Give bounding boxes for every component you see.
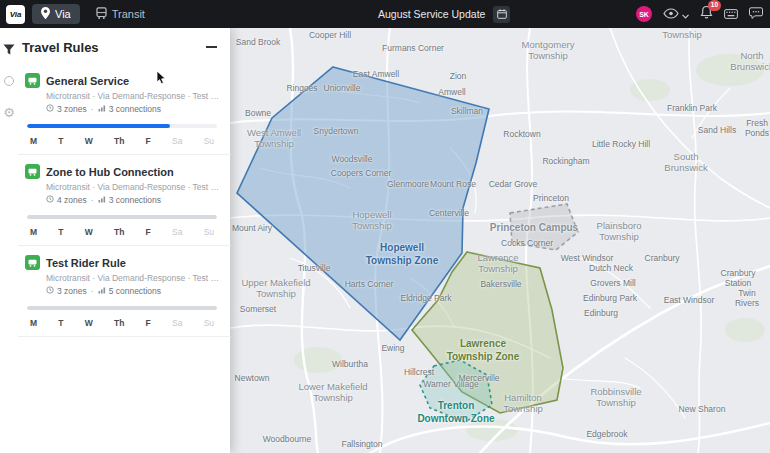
gear-icon: ⚙: [3, 106, 15, 119]
day-label: F: [146, 227, 151, 237]
connections-icon: [98, 104, 106, 114]
filter-rules-button[interactable]: [0, 41, 18, 59]
service-hours-bar-fill: [27, 306, 217, 310]
day-label: T: [58, 136, 63, 146]
day-label: T: [58, 318, 63, 328]
map[interactable]: Hopewell Township ZoneLawrence Township …: [230, 28, 770, 453]
day-label: Th: [114, 136, 124, 146]
notification-badge: 10: [708, 0, 721, 11]
service-hours-bar: [27, 215, 217, 219]
notifications-button[interactable]: 10: [700, 5, 713, 23]
location-pin-icon: [41, 7, 50, 21]
day-label: Sa: [172, 136, 182, 146]
collapse-panel-button[interactable]: [203, 39, 219, 55]
day-label: W: [85, 136, 93, 146]
day-label: Sa: [172, 227, 182, 237]
connections-icon: [98, 286, 106, 296]
status-filter-button[interactable]: [0, 72, 18, 90]
rule-meta: 3 zones · 5 connections: [46, 286, 219, 296]
day-label: M: [30, 136, 37, 146]
rule-subtitle: Microtransit · Via Demand-Response · Tes…: [46, 182, 219, 192]
minus-icon: [206, 46, 217, 48]
service-hours-bar-fill: [27, 215, 217, 219]
chat-button[interactable]: [749, 5, 763, 23]
via-logo: Via: [6, 5, 25, 24]
day-label: Su: [204, 318, 214, 328]
service-hours-bar-fill: [27, 124, 170, 128]
zones-count: 4 zones: [57, 195, 87, 205]
travel-rule-card-zone-to-hub[interactable]: Zone to Hub Connection Microtransit · Vi…: [18, 155, 231, 246]
rule-days: MTWThFSaSu: [30, 318, 214, 328]
connections-icon: [98, 195, 106, 205]
zones-count: 3 zones: [57, 286, 87, 296]
day-label: Th: [114, 318, 124, 328]
map-canvas[interactable]: [230, 28, 770, 453]
travel-rule-card-general-service[interactable]: General Service Microtransit · Via Deman…: [18, 64, 231, 155]
rule-meta: 3 zones · 3 connections: [46, 104, 219, 114]
top-bar: Via Via Transit August Service Update: [0, 0, 770, 28]
bus-icon: [96, 7, 107, 21]
filter-icon: [3, 41, 15, 59]
avatar[interactable]: SK: [636, 6, 652, 22]
vehicle-icon: [25, 73, 40, 88]
tab-transit-label: Transit: [112, 8, 145, 20]
keyboard-icon: [724, 5, 738, 23]
rule-title: Test Rider Rule: [46, 257, 126, 269]
sidebar-rail: ⚙: [0, 28, 18, 453]
zones-clock-icon: [46, 286, 54, 296]
panel-title: Travel Rules: [22, 40, 99, 55]
service-hours-bar: [27, 124, 217, 128]
day-label: Su: [204, 136, 214, 146]
tab-via-label: Via: [55, 8, 71, 20]
vehicle-icon: [25, 164, 40, 179]
connections-count: 3 connections: [109, 104, 161, 114]
zones-count: 3 zones: [57, 104, 87, 114]
day-label: Th: [114, 227, 124, 237]
visibility-menu-button[interactable]: [663, 5, 689, 23]
tab-via[interactable]: Via: [32, 4, 80, 24]
travel-rules-list: Travel Rules General Service Microtransi…: [18, 28, 231, 453]
day-label: W: [85, 318, 93, 328]
day-label: W: [85, 227, 93, 237]
day-label: Sa: [172, 318, 182, 328]
day-label: F: [146, 136, 151, 146]
chat-bubble-icon: [749, 5, 763, 23]
zones-clock-icon: [46, 104, 54, 114]
travel-rules-panel: ⚙ Travel Rules General Service: [0, 28, 230, 453]
rule-meta: 4 zones · 3 connections: [46, 195, 219, 205]
rule-subtitle: Microtransit · Via Demand-Response · Tes…: [46, 273, 219, 283]
connections-count: 5 connections: [109, 286, 161, 296]
eye-icon: [663, 5, 679, 23]
rule-title: Zone to Hub Connection: [46, 166, 174, 178]
via-logo-text: Via: [10, 10, 22, 19]
service-hours-bar: [27, 306, 217, 310]
day-label: M: [30, 227, 37, 237]
vehicle-icon: [25, 255, 40, 270]
travel-rule-card-test-rider-rule[interactable]: Test Rider Rule Microtransit · Via Deman…: [18, 246, 231, 337]
day-label: T: [58, 227, 63, 237]
connections-count: 3 connections: [109, 195, 161, 205]
calendar-icon: [497, 7, 507, 22]
rule-days: MTWThFSaSu: [30, 227, 214, 237]
calendar-button[interactable]: [493, 6, 510, 23]
tab-transit[interactable]: Transit: [87, 4, 154, 24]
circle-icon: [4, 76, 14, 86]
rule-subtitle: Microtransit · Via Demand-Response · Tes…: [46, 91, 219, 101]
day-label: M: [30, 318, 37, 328]
day-label: F: [146, 318, 151, 328]
settings-button[interactable]: ⚙: [0, 103, 18, 121]
rule-days: MTWThFSaSu: [30, 136, 214, 146]
chevron-down-icon: [682, 5, 689, 23]
day-label: Su: [204, 227, 214, 237]
rule-title: General Service: [46, 75, 129, 87]
zones-clock-icon: [46, 195, 54, 205]
keyboard-shortcuts-button[interactable]: [724, 5, 738, 23]
panel-header: Travel Rules: [18, 39, 231, 64]
service-update-label: August Service Update: [378, 8, 485, 20]
via-operations-app: Hopewell Township ZoneLawrence Township …: [0, 0, 770, 453]
